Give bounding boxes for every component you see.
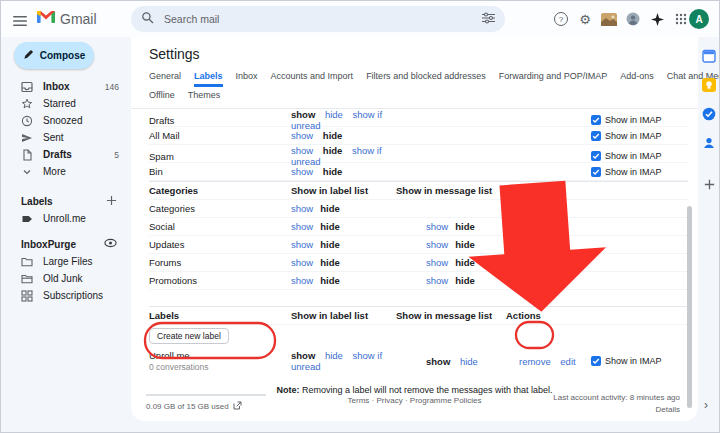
sidebar-item-sent[interactable]: Sent [1,129,131,146]
sidebar-item-starred[interactable]: Starred [1,95,131,112]
inboxpurge-header-text: InboxPurge [21,239,76,250]
column-header: Show in label list [291,185,396,196]
tab-themes[interactable]: Themes [188,90,221,103]
folder-icon [21,273,34,285]
sidebar-item-snoozed[interactable]: Snoozed [1,112,131,129]
sidebar-item-more[interactable]: More [1,163,131,180]
option-show-link[interactable]: show [291,275,313,286]
option-show-link[interactable]: show [426,239,448,250]
hamburger-menu-icon[interactable] [13,13,27,31]
imap-label: Show in IMAP [605,115,662,125]
option-show-link[interactable]: show [291,203,313,214]
categories-header-row: Categories Show in label list Show in me… [149,181,688,200]
sidebar-item-label: Subscriptions [43,290,119,301]
show-in-imap-checkbox[interactable]: Show in IMAP [591,115,688,125]
tab-forwarding[interactable]: Forwarding and POP/IMAP [499,71,608,87]
tab-accounts-and-import[interactable]: Accounts and Import [271,71,354,87]
tab-offline[interactable]: Offline [149,90,175,103]
sidebar-item-inbox[interactable]: Inbox 146 [1,78,131,95]
option-hide-link[interactable]: hide [325,109,343,120]
checkbox-checked-icon[interactable] [591,356,601,366]
table-row-categories: Categories showhide [149,200,688,218]
column-header: Actions [506,310,591,321]
checkbox-checked-icon[interactable] [591,167,601,177]
clock-icon [21,115,34,127]
gmail-logo[interactable]: Gmail [37,10,97,28]
show-in-imap-checkbox[interactable]: Show in IMAP [591,356,688,366]
tab-addons[interactable]: Add-ons [620,71,654,87]
apps-grid-icon[interactable] [673,11,689,27]
option-show-link[interactable]: show [426,275,448,286]
option-show-link[interactable]: show [426,221,448,232]
labels-header-text: Labels [21,196,53,207]
label-conversation-count: 0 conversations [149,362,291,372]
sidebar-label-unrollme[interactable]: Unroll.me [1,210,131,227]
imap-label: Show in IMAP [605,356,662,366]
tab-labels[interactable]: Labels [194,71,223,87]
settings-panel: Settings General Labels Inbox Accounts a… [131,37,698,421]
label-name: Drafts [149,115,291,126]
settings-gear-icon[interactable]: ⚙ [577,11,593,27]
details-link[interactable]: Details [656,405,680,414]
option-show-link[interactable]: show [291,130,313,141]
extension-profile-icon[interactable] [625,11,641,27]
search-icon[interactable] [141,10,154,28]
show-in-imap-checkbox[interactable]: Show in IMAP [591,167,688,177]
checkbox-checked-icon[interactable] [591,115,601,125]
sidebar-item-old-junk[interactable]: Old Junk [1,270,131,287]
show-in-imap-checkbox[interactable]: Show in IMAP [591,131,688,141]
option-hide-selected: hide [323,166,343,177]
label-name: Forums [149,257,291,268]
option-show-link[interactable]: show [291,239,313,250]
tasks-icon[interactable] [702,107,716,121]
chevron-down-icon [21,166,34,178]
option-hide-link[interactable]: hide [325,350,343,361]
create-new-label-button[interactable]: Create new label [149,328,229,344]
search-input[interactable] [162,12,474,26]
search-bar[interactable] [131,6,505,32]
extension-photo-icon[interactable] [601,11,617,27]
help-icon[interactable]: ? [553,11,569,27]
contacts-icon[interactable] [702,136,716,150]
keep-icon[interactable] [702,78,716,92]
folder-clock-icon [21,256,34,268]
sidebar-nav: Inbox 146 Starred Snoozed Sent Drafts 5 [1,78,131,180]
option-show-link[interactable]: show [291,221,313,232]
sidebar-item-large-files[interactable]: Large Files [1,253,131,270]
option-show-link[interactable]: show [291,145,313,156]
tab-general[interactable]: General [149,71,181,87]
get-addons-plus-icon[interactable] [702,177,716,191]
checkbox-checked-icon[interactable] [591,151,601,161]
inbox-icon [21,81,34,93]
vertical-scrollbar[interactable] [687,206,692,408]
hide-side-panel-chevron-icon[interactable]: › [704,399,708,411]
table-row-spam: Spam show hide show if unread Show in IM… [149,145,688,163]
option-show-link[interactable]: show [291,166,313,177]
show-in-imap-checkbox[interactable]: Show in IMAP [591,151,688,161]
remove-label-link[interactable]: remove [519,356,551,367]
option-hide-selected: hide [455,275,475,286]
table-row-unrollme: Unroll.me 0 conversations show hide show… [149,345,688,377]
edit-label-link[interactable]: edit [560,356,575,367]
profile-avatar[interactable]: A [689,9,709,29]
label-name: Spam [149,151,291,162]
last-account-activity: Last account activity: 8 minutes ago [553,393,680,402]
tab-filters[interactable]: Filters and blocked addresses [366,71,486,87]
search-options-icon[interactable] [482,10,495,28]
gemini-sparkle-icon[interactable] [649,11,665,27]
compose-button[interactable]: Compose [14,42,94,69]
tab-inbox[interactable]: Inbox [236,71,258,87]
create-label-plus-icon[interactable] [106,195,117,208]
eye-icon[interactable] [104,238,117,250]
option-hide-selected: hide [320,221,340,232]
option-show-link[interactable]: show [291,257,313,268]
sidebar-item-subscriptions[interactable]: Subscriptions [1,287,131,304]
option-hide-link[interactable]: hide [460,356,478,367]
checkbox-checked-icon[interactable] [591,131,601,141]
option-show-link[interactable]: show [426,257,448,268]
sidebar-item-drafts[interactable]: Drafts 5 [1,146,131,163]
label-name: Social [149,221,291,232]
note-label: Note: [276,385,299,395]
calendar-icon[interactable] [702,49,716,63]
right-side-panel [699,37,719,432]
